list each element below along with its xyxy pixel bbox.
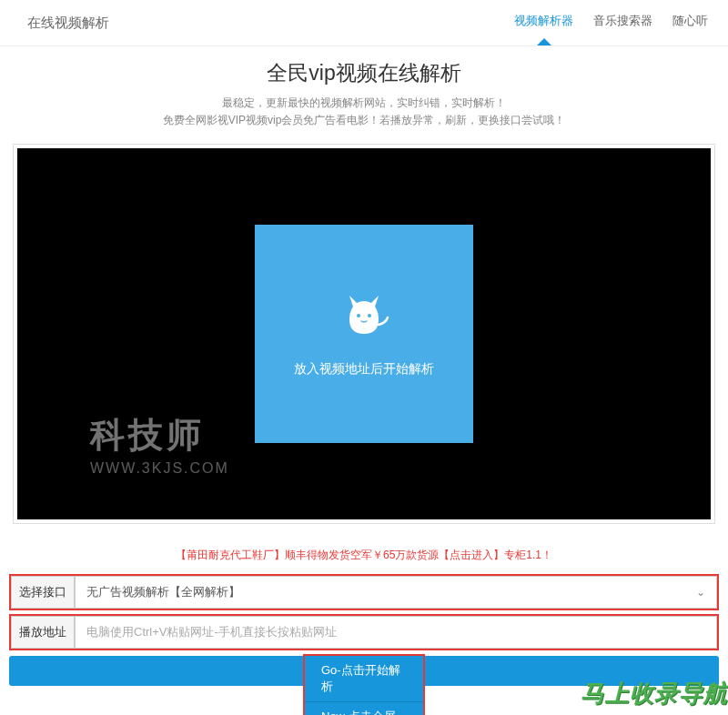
- url-label: 播放地址: [11, 616, 75, 649]
- interface-row: 选择接口 无广告视频解析【全网解析】 ⌄: [9, 574, 719, 610]
- svg-point-1: [368, 314, 371, 317]
- center-buttons: Go-点击开始解析 New-点击全屏解析: [303, 654, 425, 715]
- nav-item-music[interactable]: 音乐搜索器: [592, 7, 654, 38]
- interface-label: 选择接口: [11, 576, 75, 609]
- promo-text[interactable]: 【莆田耐克代工鞋厂】顺丰得物发货空军￥65万款货源【点击进入】专柜1.1！: [0, 533, 728, 570]
- watermark-sub: WWW.3KJS.COM: [90, 460, 229, 477]
- subtitle-line-2: 免费全网影视VIP视频vip会员免广告看电影！若播放异常，刷新，更换接口尝试哦！: [0, 112, 728, 129]
- player-container: 放入视频地址后开始解析 科技师 WWW.3KJS.COM: [13, 144, 715, 524]
- subtitle-line-1: 最稳定，更新最快的视频解析网站，实时纠错，实时解析！: [0, 95, 728, 112]
- nav: 视频解析器 音乐搜索器 随心听: [512, 7, 710, 38]
- title-section: 全民vip视频在线解析 最稳定，更新最快的视频解析网站，实时纠错，实时解析！ 免…: [0, 46, 728, 135]
- watermark: 科技师 WWW.3KJS.COM: [90, 412, 229, 477]
- player-placeholder: 放入视频地址后开始解析: [255, 225, 473, 443]
- cat-icon: [337, 290, 391, 345]
- go-button[interactable]: Go-点击开始解析: [305, 656, 423, 702]
- interface-value: 无广告视频解析【全网解析】: [86, 584, 240, 600]
- chevron-down-icon: ⌄: [696, 586, 705, 599]
- placeholder-text: 放入视频地址后开始解析: [294, 361, 434, 378]
- interface-select[interactable]: 无广告视频解析【全网解析】 ⌄: [75, 576, 717, 609]
- url-row: 播放地址 电脑使用Ctrl+V粘贴网址-手机直接长按粘贴网址: [9, 614, 719, 650]
- brand-title: 在线视频解析: [27, 15, 109, 32]
- header: 在线视频解析 视频解析器 音乐搜索器 随心听: [0, 0, 728, 46]
- nav-item-listen[interactable]: 随心听: [671, 7, 710, 38]
- page-title: 全民vip视频在线解析: [0, 59, 728, 87]
- url-input[interactable]: 电脑使用Ctrl+V粘贴网址-手机直接长按粘贴网址: [75, 616, 717, 649]
- new-button[interactable]: New-点击全屏解析: [305, 702, 423, 715]
- svg-point-0: [357, 314, 360, 317]
- nav-item-parser[interactable]: 视频解析器: [512, 7, 575, 38]
- corner-watermark: 马上收录导航: [581, 678, 728, 710]
- video-player[interactable]: 放入视频地址后开始解析 科技师 WWW.3KJS.COM: [17, 148, 711, 519]
- watermark-main: 科技师: [90, 412, 229, 458]
- url-placeholder: 电脑使用Ctrl+V粘贴网址-手机直接长按粘贴网址: [86, 624, 337, 640]
